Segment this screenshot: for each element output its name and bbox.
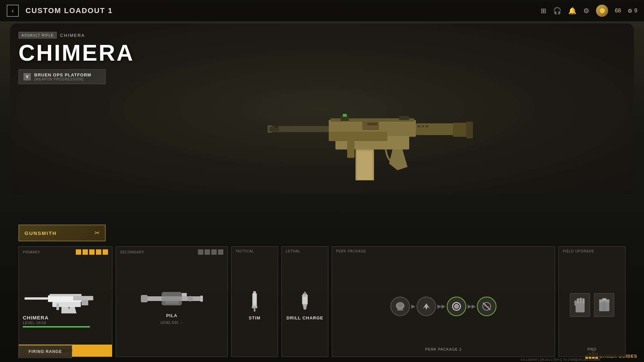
- header-bar: ‹ CUSTOM LOADOUT 1 ⊞ 🎧 🔔 ⚙ 🪙 68 ⚙ 9: [0, 0, 644, 22]
- dot-1: [76, 249, 81, 255]
- bell-icon[interactable]: 🔔: [568, 7, 577, 15]
- svg-rect-29: [82, 300, 88, 305]
- slot-secondary-header: SECONDARY: [116, 247, 227, 257]
- svg-rect-60: [582, 298, 584, 304]
- slot-perk-content: ▶ ▶▶: [332, 256, 555, 357]
- weapon-platform-box[interactable]: V BRUEN OPS PLATFORM [WEAPON PROGRESSION…: [18, 69, 106, 84]
- primary-level-fill: [23, 326, 90, 327]
- slot-secondary-dots: [198, 249, 223, 255]
- coins-value: 68: [615, 8, 621, 14]
- platform-info: BRUEN OPS PLATFORM [WEAPON PROGRESSION]: [34, 72, 91, 81]
- avatar[interactable]: 🪙: [596, 5, 608, 17]
- slot-field-bottom: PRO: [559, 346, 625, 352]
- slot-tactical-content: STIM: [231, 256, 278, 357]
- loadout-bar: GUNSMITH ✂ PRIMARY: [0, 221, 644, 362]
- perk2-svg: [420, 300, 432, 312]
- back-button[interactable]: ‹: [7, 5, 19, 17]
- dot-5: [103, 249, 108, 255]
- svg-point-51: [397, 303, 403, 307]
- slot-primary-dots: [76, 249, 108, 255]
- grid-icon[interactable]: ⊞: [541, 7, 546, 15]
- dot-2: [83, 249, 88, 255]
- field-upgrade-name: PRO: [588, 347, 597, 351]
- back-icon: ‹: [12, 7, 14, 14]
- perk-icon-1: [390, 297, 410, 316]
- firing-range-button[interactable]: FIRING RANGE: [18, 345, 72, 358]
- field-icon-2: [594, 293, 614, 317]
- slot-lethal-content: DRILL CHARGE: [282, 256, 328, 357]
- slot-lethal[interactable]: LETHAL DRILL CHARGE: [281, 246, 328, 357]
- svg-rect-25: [50, 294, 82, 296]
- field2-svg: [597, 296, 612, 314]
- slot-field[interactable]: FIELD UPGRADE: [558, 246, 626, 357]
- svg-rect-20: [269, 127, 279, 131]
- slot-primary[interactable]: PRIMARY: [18, 246, 112, 357]
- slot-field-header: FIELD UPGRADE: [559, 247, 625, 256]
- tactical-icon: [245, 289, 265, 313]
- weapon-category-row: ASSAULT RIFLE CHIMERA: [18, 32, 134, 39]
- page-title: CUSTOM LOADOUT 1: [25, 6, 541, 15]
- svg-rect-15: [340, 116, 349, 121]
- slot-secondary[interactable]: SECONDARY: [116, 246, 228, 357]
- coins-display: 68: [615, 8, 621, 14]
- perk-icon-2: [417, 297, 436, 316]
- perk3-svg: [450, 300, 463, 312]
- sec-dot-4: [218, 249, 223, 255]
- perk-arrow-1: ▶: [411, 303, 415, 309]
- slot-lethal-header: LETHAL: [282, 247, 328, 256]
- weapon-name: CHIMERA: [18, 41, 134, 64]
- stim-svg: [246, 289, 263, 313]
- weapon-image: [250, 83, 501, 184]
- gunsmith-icon: ✂: [95, 229, 100, 237]
- main-content: ASSAULT RIFLE CHIMERA CHIMERA V BRUEN OP…: [0, 22, 644, 362]
- platform-name: BRUEN OPS PLATFORM: [34, 72, 91, 77]
- perk-arrow-2: ▶▶: [437, 303, 445, 309]
- slot-tactical[interactable]: TACTICAL STIM: [231, 246, 278, 357]
- gunsmith-button[interactable]: GUNSMITH ✂: [18, 225, 106, 241]
- svg-rect-50: [397, 309, 403, 310]
- svg-rect-7: [357, 151, 372, 180]
- svg-rect-46: [303, 297, 307, 303]
- slot-perk[interactable]: PERK PACKAGE ▶: [332, 246, 555, 357]
- perk-icon-4: [477, 297, 496, 316]
- gunsmith-label: GUNSMITH: [24, 230, 57, 236]
- slot-perk-type: PERK PACKAGE: [336, 249, 366, 253]
- loadout-slots-row: PRIMARY: [18, 246, 626, 357]
- field-icon-1: [570, 293, 590, 317]
- svg-point-48: [304, 292, 306, 294]
- svg-rect-19: [367, 123, 377, 125]
- tactical-item-name: STIM: [249, 315, 260, 320]
- avatar-placeholder: 🪙: [599, 8, 605, 13]
- perk-arrow-3: ▶▶: [468, 303, 476, 309]
- gun-svg: [258, 86, 493, 180]
- svg-rect-16: [343, 114, 347, 117]
- tokens-display: ⚙ 9: [628, 8, 637, 14]
- svg-rect-14: [329, 132, 387, 141]
- secondary-weapon-image: [138, 287, 205, 310]
- svg-rect-33: [141, 295, 148, 302]
- svg-rect-59: [579, 298, 582, 303]
- svg-rect-12: [422, 125, 424, 127]
- svg-rect-64: [603, 299, 606, 310]
- field-upgrade-icons: [570, 293, 614, 317]
- tokens-icon: ⚙: [628, 8, 632, 14]
- svg-rect-11: [418, 125, 420, 127]
- headset-icon[interactable]: 🎧: [553, 7, 561, 15]
- svg-rect-38: [182, 293, 187, 296]
- svg-rect-13: [426, 125, 428, 127]
- svg-rect-34: [200, 296, 203, 302]
- lethal-item-name: DRILL CHARGE: [286, 315, 323, 320]
- svg-rect-43: [254, 308, 256, 312]
- dot-3: [89, 249, 95, 255]
- weapon-info-panel: ASSAULT RIFLE CHIMERA CHIMERA V BRUEN OP…: [18, 32, 134, 84]
- platform-sub: [WEAPON PROGRESSION]: [34, 77, 91, 81]
- sec-dot-2: [205, 249, 210, 255]
- settings-icon[interactable]: ⚙: [583, 7, 589, 15]
- sec-dot-3: [211, 249, 217, 255]
- slot-lethal-type: LETHAL: [286, 249, 301, 253]
- primary-weapon-name: CHIMERA: [23, 315, 49, 320]
- firing-range-label: FIRING RANGE: [29, 349, 62, 354]
- perk-icon-3: [447, 297, 466, 316]
- primary-weapon-svg: [23, 287, 97, 313]
- svg-rect-23: [24, 297, 48, 300]
